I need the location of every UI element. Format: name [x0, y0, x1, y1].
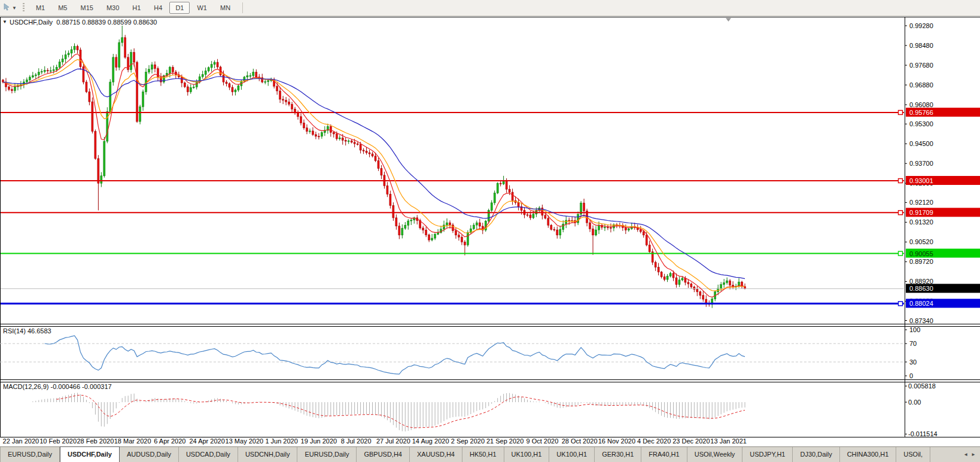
chart-window: 0.992800.984800.976800.968800.960800.953… [0, 16, 980, 446]
timeframe-buttons: M1M5M15M30H1H4D1W1MN [29, 2, 237, 14]
svg-text:22 Jan 2020: 22 Jan 2020 [3, 437, 39, 445]
chart-canvas[interactable]: 0.992800.984800.976800.968800.960800.953… [0, 16, 980, 446]
timeframe-button-m15[interactable]: M15 [74, 2, 99, 14]
chart-tab-eurusd-daily[interactable]: EURUSD,Daily [0, 447, 60, 462]
svg-text:0.95766: 0.95766 [909, 109, 933, 116]
svg-text:0.91320: 0.91320 [909, 218, 933, 226]
svg-text:28 Feb 2020: 28 Feb 2020 [77, 437, 114, 445]
chart-tab-uk100-h1[interactable]: UK100,H1 [549, 447, 595, 462]
svg-text:0.87340: 0.87340 [909, 317, 933, 324]
svg-text:13 Jan 2021: 13 Jan 2021 [710, 437, 747, 445]
svg-text:6 Apr 2020: 6 Apr 2020 [154, 437, 185, 445]
chart-tab-usoil-[interactable]: USOil, [896, 447, 930, 462]
chart-tab-xauusd-h4[interactable]: XAUUSD,H4 [410, 447, 462, 462]
chart-tab-gbpusd-h4[interactable]: GBPUSD,H4 [357, 447, 410, 462]
timeframe-button-m1[interactable]: M1 [30, 2, 51, 14]
svg-text:0.00: 0.00 [908, 399, 921, 406]
chart-tab-fra40-h1[interactable]: FRA40,H1 [641, 447, 687, 462]
svg-text:19 Jun 2020: 19 Jun 2020 [301, 437, 337, 445]
svg-text:70: 70 [909, 340, 917, 347]
timeframe-button-h4[interactable]: H4 [148, 2, 168, 14]
svg-text:0.96880: 0.96880 [909, 81, 933, 89]
svg-text:30: 30 [909, 358, 917, 366]
cursor-tool-icon[interactable] [3, 2, 11, 13]
chart-tab-usdcnh-daily[interactable]: USDCNH,Daily [238, 447, 298, 462]
chart-tab-eurusd-daily[interactable]: EURUSD,Daily [297, 447, 357, 462]
svg-text:9 Oct 2020: 9 Oct 2020 [526, 437, 558, 445]
chart-tab-uk100-h1[interactable]: UK100,H1 [504, 447, 550, 462]
chart-tab-usdchf-daily[interactable]: USDCHF,Daily [60, 446, 120, 462]
svg-text:0.95300: 0.95300 [909, 120, 933, 127]
svg-text:0.94500: 0.94500 [909, 140, 933, 147]
tab-scroll-left-icon[interactable]: ◄ [963, 452, 968, 457]
svg-text:18 Mar 2020: 18 Mar 2020 [114, 437, 151, 445]
svg-text:14 Aug 2020: 14 Aug 2020 [412, 437, 449, 445]
macd-indicator-label: MACD(12,26,9) -0.000466 -0.000317 [3, 383, 112, 390]
chart-tab-audusd-daily[interactable]: AUDUSD,Daily [120, 447, 179, 462]
svg-text:-0.011514: -0.011514 [908, 430, 938, 437]
svg-text:0.89720: 0.89720 [909, 258, 933, 265]
chart-tab-dj30-daily[interactable]: DJ30,Daily [793, 447, 839, 462]
chart-tab-china300-h1[interactable]: CHINA300,H1 [840, 447, 897, 462]
timeframe-button-mn[interactable]: MN [214, 2, 236, 14]
svg-text:2 Sep 2020: 2 Sep 2020 [451, 437, 485, 445]
timeframe-button-h1[interactable]: H1 [126, 2, 147, 14]
collapse-triangle-icon[interactable]: ▼ [2, 19, 7, 25]
toolbar-grip [23, 3, 25, 13]
svg-text:0.90055: 0.90055 [909, 250, 933, 257]
chart-tab-hk50-h1[interactable]: HK50,H1 [462, 447, 504, 462]
svg-text:1 Jun 2020: 1 Jun 2020 [265, 437, 297, 445]
svg-text:0.93001: 0.93001 [909, 177, 933, 184]
svg-text:13 May 2020: 13 May 2020 [226, 437, 264, 445]
chart-tab-usoil-weekly[interactable]: USOil,Weekly [687, 447, 743, 462]
svg-text:8 Jul 2020: 8 Jul 2020 [341, 437, 372, 445]
chart-shift-marker [726, 18, 731, 22]
svg-text:0.97680: 0.97680 [909, 62, 933, 69]
timeframe-button-m30[interactable]: M30 [101, 2, 125, 14]
tab-scroll-right-icon[interactable]: ► [971, 452, 976, 457]
svg-text:0.93700: 0.93700 [909, 160, 933, 167]
dropdown-caret-icon[interactable]: ▼ [12, 5, 17, 11]
svg-text:0.88630: 0.88630 [909, 285, 933, 292]
svg-text:0.88024: 0.88024 [909, 300, 933, 307]
toolbar-separator [242, 2, 243, 13]
svg-text:0.90520: 0.90520 [909, 238, 933, 245]
chart-tab-bar: EURUSD,DailyUSDCHF,DailyAUDUSD,DailyUSDC… [0, 446, 980, 462]
svg-text:24 Apr 2020: 24 Apr 2020 [189, 437, 224, 445]
top-toolbar: ▼ M1M5M15M30H1H4D1W1MN [0, 0, 980, 16]
chart-tab-usdjpy-h1[interactable]: USDJPY,H1 [742, 447, 793, 462]
svg-text:0.005818: 0.005818 [908, 382, 936, 390]
symbol-ohlc-title: USDCHF,Daily 0.88715 0.88839 0.88599 0.8… [10, 19, 157, 26]
rsi-indicator-label: RSI(14) 46.6583 [3, 327, 51, 335]
svg-text:23 Dec 2020: 23 Dec 2020 [672, 437, 710, 445]
timeframe-button-w1[interactable]: W1 [191, 2, 213, 14]
timeframe-button-d1[interactable]: D1 [169, 2, 190, 14]
svg-text:10 Feb 2020: 10 Feb 2020 [39, 437, 77, 445]
chart-tab-ger30-h1[interactable]: GER30,H1 [595, 447, 641, 462]
svg-text:16 Nov 2020: 16 Nov 2020 [598, 437, 635, 445]
svg-text:21 Sep 2020: 21 Sep 2020 [486, 437, 524, 445]
timeframe-button-m5[interactable]: M5 [52, 2, 73, 14]
svg-text:0.99280: 0.99280 [909, 22, 933, 29]
svg-text:0.92120: 0.92120 [909, 199, 933, 206]
svg-text:27 Jul 2020: 27 Jul 2020 [376, 437, 410, 445]
chart-tab-usdcad-daily[interactable]: USDCAD,Daily [179, 447, 238, 462]
svg-text:28 Oct 2020: 28 Oct 2020 [562, 437, 598, 445]
svg-text:0.91709: 0.91709 [909, 209, 933, 216]
svg-text:0.96080: 0.96080 [909, 101, 933, 108]
svg-text:4 Dec 2020: 4 Dec 2020 [637, 437, 671, 445]
svg-text:0: 0 [909, 372, 913, 379]
svg-text:100: 100 [909, 326, 920, 333]
svg-text:0.98480: 0.98480 [909, 42, 933, 49]
